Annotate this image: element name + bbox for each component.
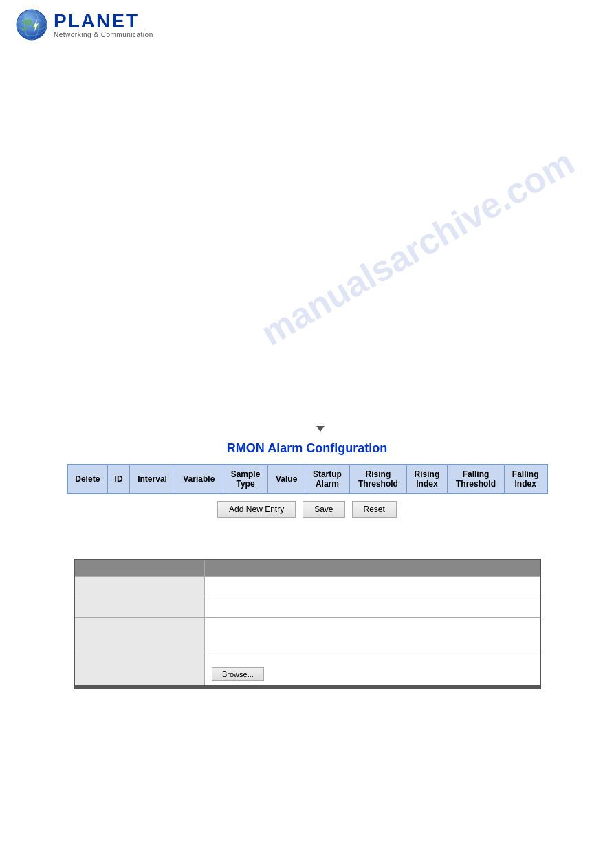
watermark: manualsarchive.com [254, 141, 581, 353]
col-id: ID [108, 465, 130, 493]
col-value: Value [268, 465, 305, 493]
logo-container: PLANET Networking & Communication [14, 7, 600, 43]
rmon-alarm-table: Delete ID Interval Variable SampleType V… [67, 464, 548, 494]
logo-planet-name: PLANET [54, 12, 153, 31]
bottom-info-table: Browse... [74, 559, 541, 689]
table-footer-row [74, 686, 540, 689]
logo-tagline: Networking & Communication [54, 31, 153, 38]
reset-button[interactable]: Reset [352, 501, 397, 518]
table-row-browse: Browse... [74, 652, 540, 686]
col-falling-threshold: FallingThreshold [448, 465, 505, 493]
col-falling-index: FallingIndex [504, 465, 547, 493]
add-new-entry-button[interactable]: Add New Entry [217, 501, 296, 518]
col-interval: Interval [130, 465, 175, 493]
header: PLANET Networking & Communication [0, 0, 614, 49]
col-delete: Delete [67, 465, 108, 493]
table-row [74, 559, 540, 576]
table-header-row: Delete ID Interval Variable SampleType V… [67, 465, 547, 493]
col-rising-threshold: RisingThreshold [350, 465, 407, 493]
planet-logo-icon [14, 7, 50, 43]
bottom-section: Browse... [74, 559, 541, 689]
col-startup-alarm: StartupAlarm [305, 465, 349, 493]
col-rising-index: RisingIndex [406, 465, 447, 493]
svg-point-0 [17, 10, 47, 40]
browse-button[interactable]: Browse... [212, 667, 264, 681]
rmon-section: RMON Alarm Configuration Delete ID Inter… [0, 441, 614, 518]
col-sample-type: SampleType [223, 465, 268, 493]
save-button[interactable]: Save [303, 501, 344, 518]
table-row [74, 597, 540, 617]
arrow-icon [316, 426, 325, 432]
action-buttons-row: Add New Entry Save Reset [0, 501, 614, 518]
rmon-title: RMON Alarm Configuration [0, 441, 614, 456]
col-variable: Variable [175, 465, 223, 493]
table-row [74, 576, 540, 597]
table-row [74, 617, 540, 652]
logo-text: PLANET Networking & Communication [54, 12, 153, 38]
